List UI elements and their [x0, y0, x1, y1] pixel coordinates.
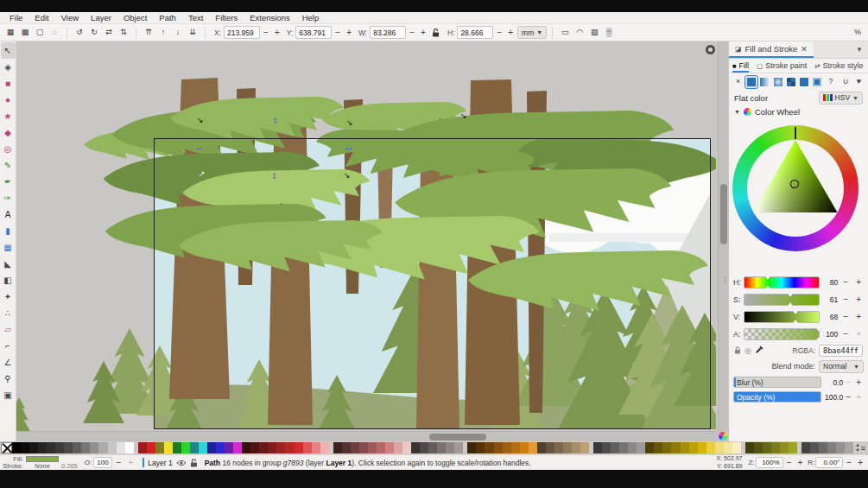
- palette-swatch[interactable]: [529, 442, 537, 453]
- tab-stroke-paint[interactable]: ▢Stroke paint: [757, 59, 807, 73]
- x-field-decrement[interactable]: −: [261, 29, 271, 37]
- palette-swatch[interactable]: [563, 442, 572, 453]
- zoom-value[interactable]: 100%: [759, 459, 780, 466]
- lower-to-bottom-button[interactable]: ⇊: [186, 26, 200, 40]
- bucket-tool[interactable]: ◧: [1, 272, 16, 288]
- palette-swatch[interactable]: [537, 442, 546, 453]
- rgba-value-field[interactable]: 8bae44ff: [819, 345, 863, 357]
- spray-tool[interactable]: ∴: [1, 305, 16, 321]
- select-all-button[interactable]: ▦: [3, 26, 17, 40]
- palette-swatch[interactable]: [810, 442, 819, 453]
- palette-swatch[interactable]: [64, 442, 73, 453]
- menu-extensions[interactable]: Extensions: [244, 13, 295, 22]
- palette-swatch[interactable]: [819, 442, 827, 453]
- raise-button[interactable]: ↑: [156, 26, 170, 40]
- palette-swatch[interactable]: [216, 442, 225, 453]
- tab-stroke-style[interactable]: ⇄Stroke style: [814, 59, 863, 73]
- palette-swatch[interactable]: [580, 442, 589, 453]
- y-field-increment[interactable]: +: [344, 29, 354, 37]
- opacity-slider[interactable]: Opacity (%): [733, 391, 821, 402]
- vertical-scrollbar[interactable]: ⋮: [718, 41, 728, 431]
- palette-swatch[interactable]: [47, 442, 55, 453]
- paint-linear-gradient[interactable]: [759, 76, 770, 88]
- scale-gradients-toggle-button[interactable]: ▨: [587, 26, 601, 40]
- palette-swatch[interactable]: [628, 442, 637, 453]
- hsv-slider-S[interactable]: [744, 294, 820, 306]
- vertical-scrollbar-thumb[interactable]: [720, 184, 727, 244]
- blur-increment-button[interactable]: +: [853, 378, 864, 387]
- palette-swatch[interactable]: [173, 442, 181, 453]
- tab-fill[interactable]: ■Fill: [732, 59, 749, 73]
- palette-swatch[interactable]: [411, 442, 420, 453]
- dropper-icon[interactable]: [755, 345, 763, 356]
- dropper-tool[interactable]: ◣: [1, 256, 16, 272]
- palette-swatch[interactable]: [199, 442, 207, 453]
- hsv-decrement-V[interactable]: −: [840, 313, 851, 321]
- palette-swatch[interactable]: [117, 442, 125, 453]
- raise-to-top-button[interactable]: ⇈: [142, 26, 155, 40]
- palette-swatch[interactable]: [312, 442, 320, 453]
- deselect-button[interactable]: ▢: [33, 26, 47, 40]
- select-all-layers-button[interactable]: ▩: [18, 26, 32, 40]
- hsv-decrement-S[interactable]: −: [840, 295, 851, 304]
- zoom-tool[interactable]: ⚲: [1, 371, 16, 387]
- palette-swatch[interactable]: [689, 442, 698, 453]
- calligraphy-tool[interactable]: ✑: [1, 190, 16, 206]
- palette-swatch[interactable]: [503, 442, 511, 453]
- blur-decrement-button[interactable]: −: [843, 378, 853, 387]
- palette-swatch[interactable]: [38, 442, 47, 453]
- canvas-artwork[interactable]: ↘ ↕ ↘ ↘ ↔ ↔ ↗ ↕ ↘: [16, 41, 716, 431]
- layer-name[interactable]: Layer 1: [148, 459, 172, 467]
- palette-swatch[interactable]: [801, 442, 810, 453]
- palette-swatch[interactable]: [190, 442, 199, 453]
- color-mode-dropdown[interactable]: HSV ▼: [819, 92, 863, 105]
- palette-scroll-down-button[interactable]: ▼: [855, 448, 859, 453]
- snap-toggle-button[interactable]: %: [851, 26, 865, 40]
- palette-swatch[interactable]: [125, 442, 134, 453]
- flip-horizontal-button[interactable]: ⇄: [102, 26, 116, 40]
- palette-swatch[interactable]: [619, 442, 628, 453]
- hsv-slider-V[interactable]: [744, 311, 820, 323]
- lock-icon[interactable]: [734, 346, 741, 356]
- palette-swatch[interactable]: [836, 442, 845, 453]
- blur-slider[interactable]: Blur (%): [733, 377, 821, 388]
- palette-swatch[interactable]: [268, 442, 276, 453]
- box3d-tool[interactable]: ◆: [1, 124, 16, 141]
- blend-mode-dropdown[interactable]: Normal ▼: [819, 360, 864, 373]
- measure-tool[interactable]: ∠: [1, 354, 16, 371]
- palette-swatch[interactable]: [29, 442, 38, 453]
- palette-swatch[interactable]: [242, 442, 250, 453]
- palette-swatch[interactable]: [662, 442, 671, 453]
- spiral-tool[interactable]: ◎: [1, 141, 16, 157]
- palette-swatch[interactable]: [81, 442, 90, 453]
- palette-menu-button[interactable]: ≡: [861, 444, 865, 453]
- rotation-decrement[interactable]: −: [844, 459, 854, 467]
- palette-swatch[interactable]: [108, 442, 117, 453]
- paint-radial-gradient[interactable]: [772, 76, 783, 88]
- color-managed-display-icon[interactable]: [719, 432, 727, 440]
- node-tool[interactable]: ◈: [1, 59, 16, 75]
- palette-swatch[interactable]: [233, 442, 242, 453]
- fill-rule-evenodd[interactable]: ∪: [839, 76, 851, 88]
- fill-and-stroke-tab[interactable]: ◪ Fill and Stroke ✕: [729, 41, 814, 58]
- palette-swatch[interactable]: [342, 442, 351, 453]
- rotate-cw-button[interactable]: ↻: [87, 26, 101, 40]
- hue-ring[interactable]: [732, 125, 858, 251]
- gradient-tool[interactable]: ▮: [1, 223, 16, 239]
- palette-swatch[interactable]: [276, 442, 285, 453]
- text-tool[interactable]: A: [1, 206, 16, 223]
- palette-swatch[interactable]: [654, 442, 662, 453]
- palette-swatch[interactable]: [259, 442, 268, 453]
- palette-swatch[interactable]: [763, 442, 771, 453]
- palette-swatch[interactable]: [181, 442, 190, 453]
- palette-swatch[interactable]: [724, 442, 732, 453]
- palette-swatch[interactable]: [520, 442, 529, 453]
- palette-swatch[interactable]: [454, 442, 463, 453]
- palette-swatch[interactable]: [467, 442, 476, 453]
- x-field-increment[interactable]: +: [272, 29, 282, 37]
- object-opacity-decrement[interactable]: −: [114, 459, 124, 467]
- menu-object[interactable]: Object: [117, 13, 153, 22]
- hsv-slider-A[interactable]: [744, 328, 820, 340]
- rotation-increment[interactable]: +: [855, 459, 865, 467]
- menu-layer[interactable]: Layer: [85, 13, 117, 22]
